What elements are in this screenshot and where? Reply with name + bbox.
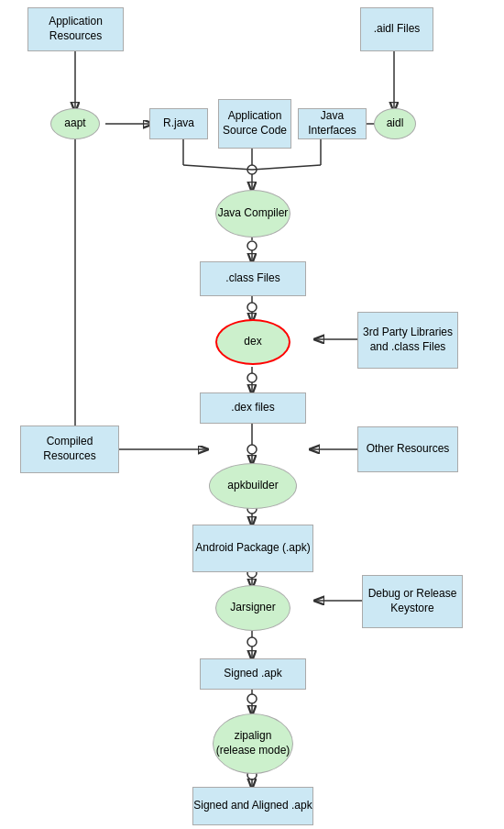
jarsigner-label: Jarsigner: [230, 601, 275, 615]
r-java-label: R.java: [163, 116, 194, 131]
svg-point-36: [247, 694, 257, 703]
compiled-resources-box: Compiled Resources: [20, 426, 119, 473]
aapt-ellipse: aapt: [50, 108, 100, 139]
svg-point-33: [247, 637, 257, 647]
third-party-box: 3rd Party Libraries and .class Files: [357, 312, 458, 369]
svg-point-21: [247, 445, 257, 454]
aidl-label: aidl: [387, 116, 404, 131]
aidl-files-label: .aidl Files: [374, 22, 421, 37]
application-resources-box: Application Resources: [27, 7, 124, 51]
dex-ellipse: dex: [215, 319, 290, 365]
r-java-box: R.java: [149, 108, 208, 139]
android-package-label: Android Package (.apk): [195, 541, 310, 556]
java-interfaces-box: Java Interfaces: [298, 108, 367, 139]
compiled-resources-label: Compiled Resources: [21, 435, 118, 463]
signed-aligned-box: Signed and Aligned .apk: [192, 787, 313, 825]
debug-release-label: Debug or Release Keystore: [363, 587, 462, 615]
aapt-label: aapt: [64, 116, 85, 131]
svg-point-4: [247, 165, 257, 174]
class-files-box: .class Files: [200, 261, 306, 296]
android-package-box: Android Package (.apk): [192, 525, 313, 572]
java-compiler-ellipse: Java Compiler: [215, 190, 290, 238]
signed-apk-box: Signed .apk: [200, 658, 306, 690]
zipalign-ellipse: zipalign (release mode): [213, 713, 293, 774]
third-party-label: 3rd Party Libraries and .class Files: [358, 326, 457, 354]
svg-line-9: [252, 165, 321, 170]
java-compiler-label: Java Compiler: [218, 206, 289, 221]
application-resources-label: Application Resources: [28, 15, 123, 43]
dex-files-label: .dex files: [231, 401, 274, 415]
svg-point-11: [247, 241, 257, 250]
class-files-label: .class Files: [225, 271, 279, 286]
other-resources-label: Other Resources: [367, 442, 450, 457]
dex-label: dex: [244, 335, 261, 349]
signed-aligned-label: Signed and Aligned .apk: [193, 799, 312, 813]
java-interfaces-label: Java Interfaces: [299, 109, 366, 138]
apkbuilder-ellipse: apkbuilder: [209, 463, 297, 509]
signed-apk-label: Signed .apk: [224, 667, 281, 681]
application-source-code-label: Application Source Code: [219, 109, 290, 138]
svg-point-18: [247, 373, 257, 382]
dex-files-box: .dex files: [200, 392, 306, 424]
application-source-code-box: Application Source Code: [218, 99, 291, 149]
jarsigner-ellipse: Jarsigner: [215, 585, 290, 631]
aidl-ellipse: aidl: [374, 108, 416, 139]
debug-release-box: Debug or Release Keystore: [362, 575, 463, 628]
svg-point-14: [247, 303, 257, 312]
zipalign-label: zipalign (release mode): [214, 729, 292, 757]
other-resources-box: Other Resources: [357, 426, 458, 472]
svg-line-6: [183, 165, 252, 170]
build-diagram: Application Resources .aidl Files aapt R…: [0, 0, 504, 829]
apkbuilder-label: apkbuilder: [227, 479, 278, 493]
aidl-files-box: .aidl Files: [360, 7, 433, 51]
